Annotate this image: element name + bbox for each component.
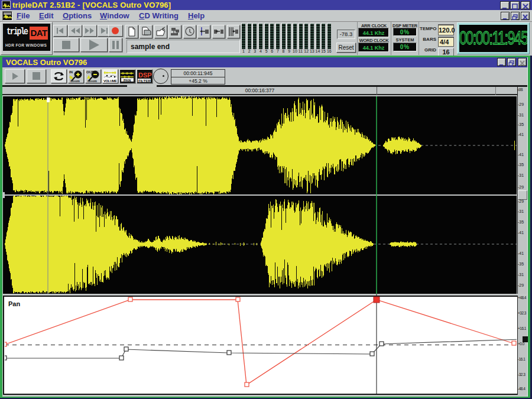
svg-text:FILTER: FILTER [138,79,151,83]
svg-text:PAN: PAN [124,79,131,82]
svg-text:/zoom: /zoom [70,79,80,83]
svg-text:VOLUME: VOLUME [103,79,117,83]
svg-text:DSP: DSP [138,72,152,79]
svg-text:IN: IN [69,70,73,74]
svg-text:/zoom: /zoom [87,79,97,83]
